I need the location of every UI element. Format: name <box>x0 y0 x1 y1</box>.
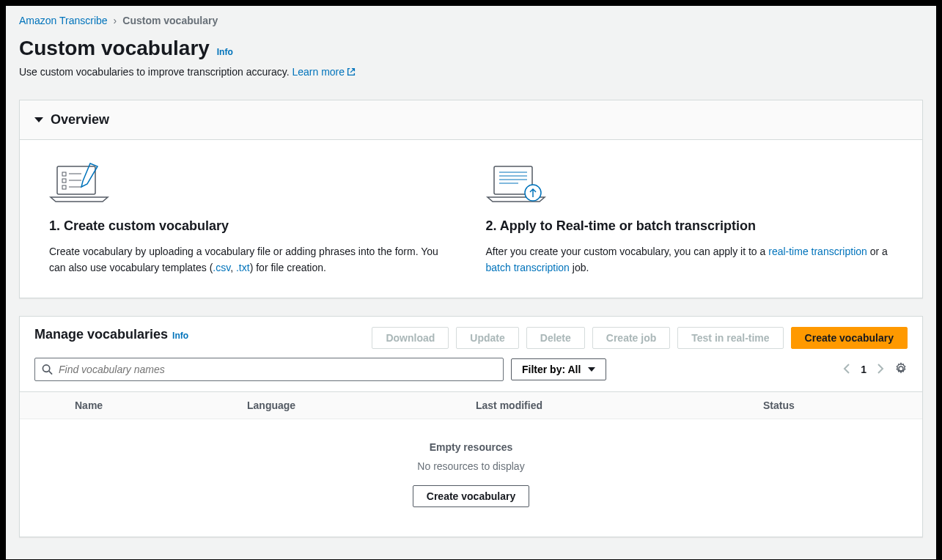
overview-panel: Overview 1. Create <box>19 100 923 298</box>
search-icon <box>42 364 53 375</box>
create-job-button[interactable]: Create job <box>592 327 670 349</box>
caret-down-icon <box>588 367 595 372</box>
page-number: 1 <box>861 364 866 375</box>
manage-panel: Manage vocabularies Info Download Update… <box>19 316 923 537</box>
svg-point-13 <box>43 365 49 372</box>
step2-text: After you create your custom vocabulary,… <box>486 244 894 276</box>
filter-button[interactable]: Filter by: All <box>511 358 606 380</box>
empty-state: Empty resources No resources to display … <box>20 419 922 537</box>
chevron-right-icon: › <box>114 15 117 26</box>
download-button[interactable]: Download <box>372 327 449 349</box>
action-buttons: Download Update Delete Create job Test i… <box>372 327 908 349</box>
pagination: 1 <box>843 362 908 377</box>
batch-link[interactable]: batch transcription <box>486 262 570 273</box>
col-language[interactable]: Language <box>247 399 476 411</box>
overview-heading: Overview <box>51 112 109 128</box>
svg-rect-2 <box>62 179 66 183</box>
page-prev[interactable] <box>843 364 850 376</box>
col-name[interactable]: Name <box>75 399 247 411</box>
breadcrumb-current: Custom vocabulary <box>122 15 218 26</box>
step2-title: 2. Apply to Real-time or batch transcrip… <box>486 218 894 234</box>
manage-info-link[interactable]: Info <box>172 331 188 341</box>
svg-rect-3 <box>62 185 66 189</box>
overview-step-2: 2. Apply to Real-time or batch transcrip… <box>486 162 894 276</box>
settings-button[interactable] <box>894 362 908 377</box>
manage-title: Manage vocabularies <box>34 327 168 342</box>
step1-text: Create vocabulary by uploading a vocabul… <box>49 244 457 276</box>
laptop-upload-icon <box>486 162 894 205</box>
empty-subtitle: No resources to display <box>20 460 922 472</box>
external-link-icon <box>346 67 356 79</box>
empty-title: Empty resources <box>20 441 922 453</box>
table-header: Name Language Last modified Status <box>20 391 922 419</box>
create-vocabulary-button[interactable]: Create vocabulary <box>791 327 908 349</box>
col-status[interactable]: Status <box>763 399 908 411</box>
update-button[interactable]: Update <box>456 327 518 349</box>
empty-create-button[interactable]: Create vocabulary <box>413 485 529 507</box>
breadcrumb: Amazon Transcribe › Custom vocabulary <box>19 15 923 26</box>
breadcrumb-root[interactable]: Amazon Transcribe <box>19 15 108 26</box>
gear-icon <box>894 362 908 375</box>
search-wrap <box>34 358 504 381</box>
csv-link[interactable]: .csv <box>213 262 230 273</box>
realtime-link[interactable]: real-time transcription <box>768 246 867 257</box>
search-input[interactable] <box>34 358 504 381</box>
laptop-edit-icon <box>49 162 457 205</box>
info-link[interactable]: Info <box>217 47 233 57</box>
svg-line-14 <box>49 372 52 375</box>
page-subtitle: Use custom vocabularies to improve trans… <box>19 66 923 79</box>
page-next[interactable] <box>877 364 884 376</box>
caret-down-icon <box>34 117 43 122</box>
col-last-modified[interactable]: Last modified <box>476 399 763 411</box>
overview-toggle[interactable]: Overview <box>20 100 922 140</box>
overview-step-1: 1. Create custom vocabulary Create vocab… <box>49 162 457 276</box>
learn-more-link[interactable]: Learn more <box>292 66 356 78</box>
step1-title: 1. Create custom vocabulary <box>49 218 457 234</box>
test-realtime-button[interactable]: Test in real-time <box>677 327 783 349</box>
svg-rect-1 <box>62 172 66 176</box>
page-title: Custom vocabulary <box>19 37 210 59</box>
txt-link[interactable]: .txt <box>236 262 250 273</box>
delete-button[interactable]: Delete <box>526 327 585 349</box>
